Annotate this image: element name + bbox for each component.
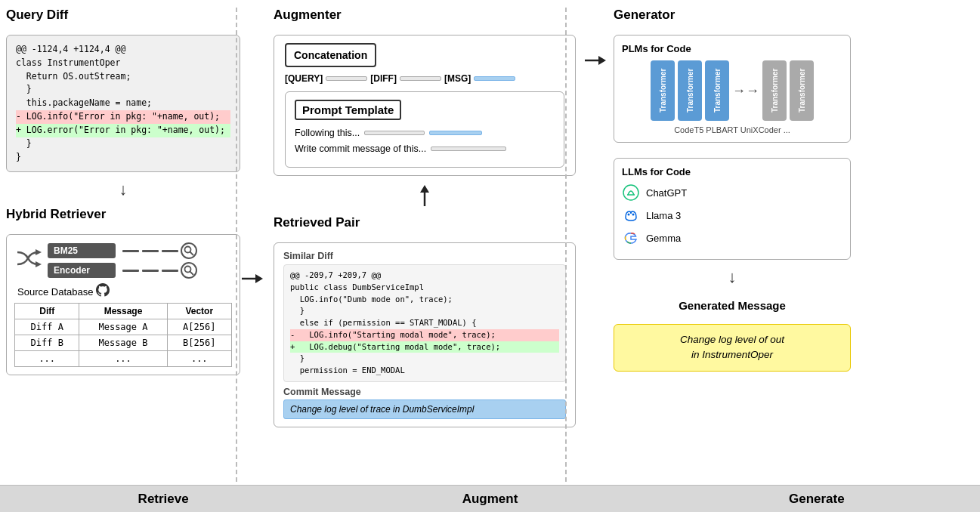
commit-msg-box: Change log level of trace in DumbService… <box>283 399 566 419</box>
generate-column: Generator PLMs for Code Transformer Tran… <box>607 8 857 504</box>
query-tag: [QUERY] <box>285 73 323 84</box>
svg-marker-1 <box>36 261 42 267</box>
transformer-2: Transformer <box>678 60 702 121</box>
table-cell-vec-a: A[256] <box>167 319 231 335</box>
svg-line-5 <box>190 272 194 276</box>
msg-tag: [MSG] <box>444 73 471 84</box>
transformer-5: Transformer <box>790 60 814 121</box>
table-cell-diff-b: Diff B <box>15 335 79 351</box>
svg-line-3 <box>190 252 194 256</box>
table-cell-ellipsis-2: ... <box>79 351 167 367</box>
encoder-label: Encoder <box>54 265 90 276</box>
prompt-row1-text: Following this... <box>295 128 360 138</box>
transformer-4: Transformer <box>762 60 787 121</box>
svg-marker-11 <box>598 56 606 65</box>
bm25-button: BM25 <box>48 243 116 258</box>
concatenation-label: Concatenation <box>285 43 376 67</box>
retriever-box: BM25 Encoder <box>6 234 240 375</box>
table-cell-ellipsis-3: ... <box>167 351 231 367</box>
query-diff-box: @@ -1124,4 +1124,4 @@ class InstrumentOp… <box>6 35 240 172</box>
sim-diff-line-6: - LOG.info("Starting modal mode", trace)… <box>290 329 559 341</box>
table-row: ... ... ... <box>15 351 232 367</box>
retriever-inner: BM25 Encoder <box>14 242 232 279</box>
svg-marker-0 <box>36 249 42 255</box>
svg-marker-7 <box>255 274 263 283</box>
arrow-right-2 <box>585 53 606 504</box>
search-circle-2 <box>181 262 197 279</box>
transformer-1: Transformer <box>651 60 675 121</box>
generated-msg-title: Generated Message <box>614 299 851 312</box>
table-cell-ellipsis-1: ... <box>15 351 79 367</box>
commit-msg-text: Change log level of trace in DumbService… <box>290 404 474 415</box>
augmenter-title: Augmenter <box>274 8 576 23</box>
gemma-label: Gemma <box>646 233 681 244</box>
table-header-vector: Vector <box>167 304 231 319</box>
retriever-buttons: BM25 Encoder <box>48 243 116 278</box>
retrieved-pair-box: Similar Diff @@ -209,7 +209,7 @@ public … <box>274 242 576 427</box>
similar-diff-code: @@ -209,7 +209,7 @@ public class DumbSer… <box>283 264 566 382</box>
generator-title: Generator <box>614 8 851 23</box>
line-bar-6 <box>162 270 178 272</box>
search-circle-1 <box>181 242 197 259</box>
table-cell-msg-a: Message A <box>79 319 167 335</box>
diff-tag: [DIFF] <box>370 73 397 84</box>
source-db-text: Source Database <box>17 286 93 298</box>
transformer-row: Transformer Transformer Transformer →→ T… <box>622 60 842 121</box>
diff-field <box>400 76 441 81</box>
plms-title: PLMs for Code <box>622 43 842 54</box>
prompt-row2-field1 <box>431 147 506 151</box>
diff-line-8: } <box>16 137 230 151</box>
svg-point-2 <box>185 247 191 253</box>
bottom-bar: Retrieve Augment Generate <box>0 485 980 512</box>
source-db-table: Diff Message Vector Diff A Message A A[2… <box>14 303 232 367</box>
encoder-button: Encoder <box>48 263 116 278</box>
sim-diff-line-5: else if (permission == START_MODAL) { <box>290 317 559 329</box>
table-row: Diff A Message A A[256] <box>15 319 232 335</box>
generated-msg-box: Change log level of outin InstrumentOper <box>614 324 851 372</box>
svg-point-4 <box>185 267 191 273</box>
retrieve-bottom-label: Retrieve <box>0 492 326 507</box>
arrow-right-1 <box>242 53 263 504</box>
msg-field <box>474 76 515 81</box>
sim-diff-line-9: permission = END_MODAL <box>290 365 559 377</box>
query-diff-title: Query Diff <box>6 8 240 23</box>
prompt-row2-text: Write commit message of this... <box>295 143 426 154</box>
line-bar-3 <box>162 250 178 252</box>
gemma-icon <box>622 229 640 247</box>
diff-line-2: class InstrumentOper <box>16 57 230 70</box>
table-header-message: Message <box>79 304 167 319</box>
source-db-label: Source Database <box>17 283 232 300</box>
augment-column: Augmenter Concatenation [QUERY] [DIFF] [… <box>266 8 583 504</box>
prompt-row-1: Following this... <box>295 128 555 138</box>
arrow-up-1 <box>274 185 576 206</box>
line-bar-5 <box>142 270 159 272</box>
table-cell-msg-b: Message B <box>79 335 167 351</box>
llama-icon <box>622 206 640 224</box>
diff-line-3: Return OS.outStream; <box>16 70 230 84</box>
similar-diff-title: Similar Diff <box>283 251 566 261</box>
github-icon <box>96 283 110 300</box>
hybrid-retriever-title: Hybrid Retriever <box>6 207 240 222</box>
sim-diff-line-2: public class DumbServiceImpl <box>290 282 559 294</box>
llm-chatgpt: ChatGPT <box>622 184 842 202</box>
retriever-line-1 <box>122 242 197 259</box>
query-field <box>326 76 367 81</box>
generate-bottom-label: Generate <box>654 492 980 507</box>
commit-msg-title: Commit Message <box>283 387 566 397</box>
augmenter-box: Concatenation [QUERY] [DIFF] [MSG] Promp… <box>274 35 576 176</box>
svg-point-15 <box>632 214 635 216</box>
prompt-template-title: Prompt Template <box>295 100 401 120</box>
table-header-diff: Diff <box>15 304 79 319</box>
bm25-label: BM25 <box>54 245 78 256</box>
retriever-lines <box>122 242 197 279</box>
arrow-down-2: ↓ <box>614 269 851 285</box>
llm-gemma: Gemma <box>622 229 842 247</box>
table-row: Diff B Message B B[256] <box>15 335 232 351</box>
retriever-line-2 <box>122 262 197 279</box>
augment-bottom-label: Augment <box>326 492 653 507</box>
llm-llama: Llama 3 <box>622 206 842 224</box>
shuffle-icon <box>14 245 42 277</box>
sim-diff-line-7: + LOG.debug("Starting modal mode", trace… <box>290 341 559 353</box>
diff-line-5: this.packageName = name; <box>16 97 230 110</box>
line-bar-2 <box>142 250 159 252</box>
